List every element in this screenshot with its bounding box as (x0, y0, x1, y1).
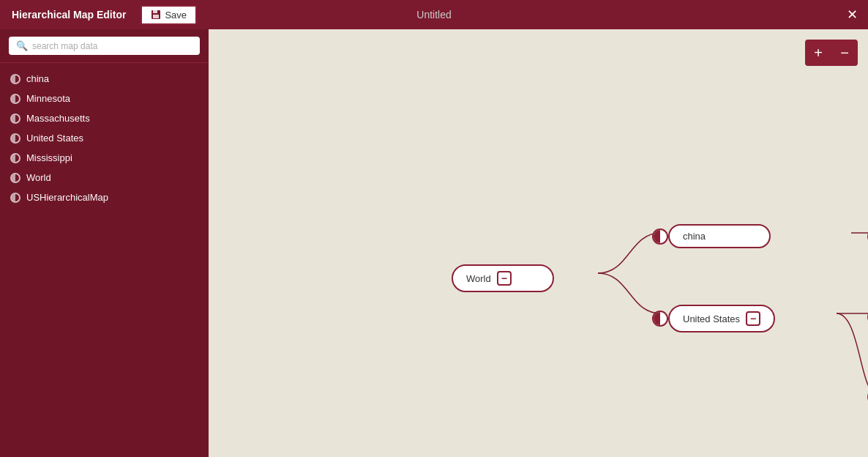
sidebar-item-icon-massachusetts (10, 114, 20, 124)
sidebar-item-icon-minnesota (10, 94, 20, 104)
sidebar-item-massachusetts[interactable]: Massachusetts (0, 108, 209, 128)
app-title: Hierarchical Map Editor (0, 9, 138, 21)
sidebar-item-china[interactable]: china (0, 69, 209, 89)
china-node[interactable]: china (652, 224, 771, 248)
header: Hierarchical Map Editor Save Untitled ✕ (0, 0, 868, 29)
united-states-node-box[interactable]: United States − (668, 305, 775, 332)
us-collapse-button[interactable]: − (746, 311, 760, 326)
canvas-area: + − World − (209, 29, 868, 457)
sidebar-item-label-minnesota: Minnesota (26, 93, 70, 104)
search-icon: 🔍 (16, 40, 28, 51)
svg-rect-2 (153, 15, 159, 18)
app-container: Hierarchical Map Editor Save Untitled ✕ … (0, 0, 868, 457)
sidebar-list: china Minnesota Massachusetts United Sta… (0, 63, 209, 457)
united-states-node[interactable]: United States − (652, 305, 775, 332)
sidebar-item-world[interactable]: World (0, 168, 209, 187)
search-wrapper: 🔍 (9, 37, 200, 55)
close-button[interactable]: ✕ (837, 0, 868, 29)
sidebar-item-icon-united-states (10, 133, 20, 144)
sidebar-item-label-china: china (26, 73, 49, 84)
sidebar-item-icon-ushierarchicalmap (10, 193, 20, 203)
world-node[interactable]: World − (452, 264, 554, 292)
main-layout: 🔍 china Minnesota Massachusetts United S… (0, 29, 868, 457)
sidebar-item-label-united-states: United States (26, 133, 83, 144)
china-connector (652, 228, 668, 245)
sidebar-item-label-mississippi: Mississippi (26, 152, 72, 163)
save-icon (151, 10, 161, 20)
sidebar-item-ushierarchicalmap[interactable]: USHierarchicalMap (0, 187, 209, 207)
sidebar-item-label-massachusetts: Massachusetts (26, 113, 90, 124)
zoom-controls: + − (805, 40, 858, 66)
sidebar-item-icon-china (10, 74, 20, 84)
sidebar-item-minnesota[interactable]: Minnesota (0, 89, 209, 108)
svg-rect-1 (153, 10, 157, 13)
save-button[interactable]: Save (141, 5, 197, 25)
sidebar-item-mississippi[interactable]: Mississippi (0, 148, 209, 168)
zoom-in-button[interactable]: + (805, 40, 831, 66)
united-states-connector (652, 311, 668, 327)
world-node-box[interactable]: World − (452, 264, 554, 292)
sidebar-item-label-world: World (26, 172, 51, 183)
document-title: Untitled (416, 9, 451, 21)
sidebar-item-icon-mississippi (10, 153, 20, 163)
world-collapse-button[interactable]: − (497, 271, 512, 286)
search-input[interactable] (32, 41, 192, 51)
sidebar-item-icon-world (10, 173, 20, 183)
sidebar: 🔍 china Minnesota Massachusetts United S… (0, 29, 209, 457)
zoom-out-button[interactable]: − (831, 40, 858, 66)
sidebar-item-united-states[interactable]: United States (0, 128, 209, 148)
sidebar-item-label-ushierarchicalmap: USHierarchicalMap (26, 192, 108, 203)
search-container: 🔍 (0, 29, 209, 63)
china-node-box[interactable]: china (668, 224, 771, 248)
